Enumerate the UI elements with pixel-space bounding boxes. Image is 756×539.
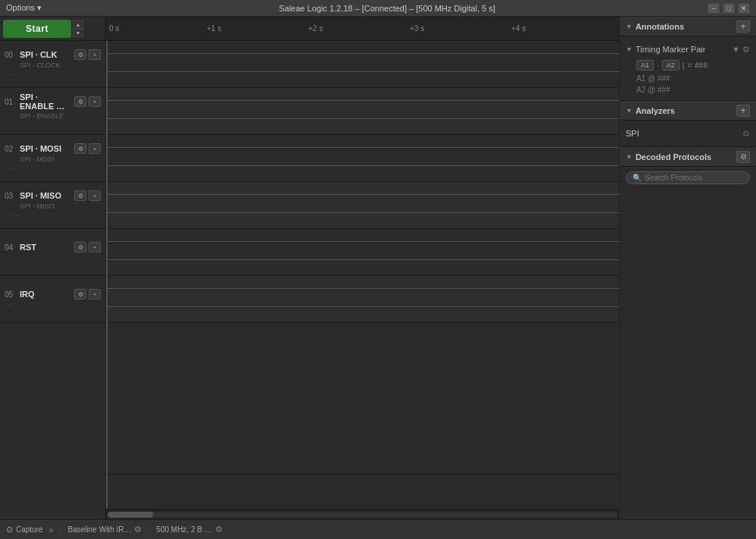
channel-05-settings[interactable]: ⚙: [74, 289, 86, 299]
channel-00-settings[interactable]: ⚙: [74, 49, 86, 60]
minimize-button[interactable]: –: [708, 3, 720, 14]
decoded-protocols-header: ▼ Decoded Protocols ⚙: [620, 147, 756, 167]
timing-pipe: |: [683, 61, 685, 70]
analyzers-title: Analyzers: [636, 106, 733, 115]
analyzer-spi: SPI ⚙: [626, 125, 750, 142]
channel-03: 03 SPI · MISO ⚙ + SPI - MISO · · ·: [0, 182, 105, 229]
timing-a2-value: A2 @ ###: [626, 84, 750, 96]
channel-00-add[interactable]: +: [89, 49, 101, 60]
waveform-display: 0 s +1 s +2 s +3 s +4 s: [106, 17, 619, 519]
timing-collapse-icon[interactable]: ▼: [626, 45, 633, 53]
channel-04-add[interactable]: +: [89, 242, 101, 252]
signal-bottom-00: [106, 71, 619, 72]
status-sep-2: |: [148, 525, 150, 534]
channel-02-settings[interactable]: ⚙: [74, 143, 86, 154]
channel-00-num: 00: [5, 51, 17, 59]
channel-03-add[interactable]: +: [89, 190, 101, 201]
channel-05-add[interactable]: +: [89, 289, 101, 299]
channel-05-name: IRQ: [20, 290, 71, 299]
channel-04-dots: · · ·: [5, 254, 101, 262]
close-button[interactable]: ✕: [738, 3, 750, 14]
time-1: +1 s: [207, 24, 221, 33]
channel-04-num: 04: [5, 243, 17, 252]
channel-02-sub: SPI - MOSI: [5, 155, 101, 163]
signal-top-05: [106, 288, 619, 289]
start-button[interactable]: Start: [3, 20, 71, 38]
main-area: Start ▲ ▼ 00 SPI · CLK ⚙ +: [0, 17, 756, 519]
waveform-rows[interactable]: [106, 41, 619, 509]
analyzer-spi-gear[interactable]: ⚙: [742, 129, 750, 139]
start-arrow-up[interactable]: ▲: [73, 20, 83, 29]
analyzers-content: SPI ⚙: [620, 121, 756, 146]
channel-00-dots: · · ·: [5, 71, 101, 79]
time-4: +4 s: [511, 24, 526, 33]
annotations-collapse-icon[interactable]: ▼: [626, 23, 633, 30]
speed-label: 500 MHz, 2 B …: [156, 525, 211, 534]
annotations-title: Annotations: [636, 22, 733, 31]
time-0: 0 s: [109, 24, 119, 33]
options-menu[interactable]: Options ▾: [6, 3, 42, 13]
channel-02-dots: · · ·: [5, 165, 101, 173]
annotations-section: ▼ Annotations + ▼ Timing Marker Pair ▼ ⚙…: [620, 17, 756, 101]
signal-bottom-02: [106, 165, 619, 166]
channel-01-settings[interactable]: ⚙: [74, 96, 86, 107]
channel-04-name: RST: [20, 243, 71, 252]
speed-status: 500 MHz, 2 B … ⚙: [156, 525, 222, 534]
capture-status[interactable]: ⊙ Capture: [6, 525, 43, 534]
timing-marker-row: ▼ Timing Marker Pair ▼ ⚙: [626, 41, 750, 58]
speed-gear[interactable]: ⚙: [215, 525, 223, 534]
cursor-line: [106, 41, 108, 509]
channel-04-settings[interactable]: ⚙: [74, 242, 86, 252]
signal-top-04: [106, 241, 619, 242]
search-protocols-input[interactable]: [645, 174, 743, 182]
time-2: +2 s: [308, 24, 323, 33]
wave-row-04: [106, 229, 619, 276]
analyzers-collapse-icon[interactable]: ▼: [626, 107, 633, 114]
analyzers-add-button[interactable]: +: [736, 105, 750, 117]
channel-01-add[interactable]: +: [89, 96, 101, 107]
waveform-panel: Start ▲ ▼ 00 SPI · CLK ⚙ +: [0, 17, 620, 519]
channel-labels: Start ▲ ▼ 00 SPI · CLK ⚙ +: [0, 17, 106, 519]
annotations-add-button[interactable]: +: [736, 20, 750, 33]
scrollbar-track[interactable]: [108, 512, 617, 518]
channel-03-name: SPI · MISO: [20, 191, 71, 200]
decoded-empty-area: [620, 189, 756, 519]
timing-settings-icon[interactable]: ▼: [732, 45, 740, 55]
search-protocols-box[interactable]: 🔍: [626, 171, 750, 184]
channel-05-dots: · · ·: [5, 301, 101, 309]
title-bar: Options ▾ Saleae Logic 1.2.18 – [Connect…: [0, 0, 756, 17]
signal-top-03: [106, 194, 619, 195]
start-arrows: ▲ ▼: [73, 20, 83, 37]
restore-button[interactable]: □: [723, 3, 735, 14]
decoded-collapse-icon[interactable]: ▼: [626, 153, 633, 161]
timing-a1-marker: A1: [636, 60, 654, 71]
status-arrows[interactable]: »: [49, 525, 54, 534]
channel-01-dots: · · ·: [5, 121, 101, 130]
timing-a1-value: A1 @ ###: [626, 73, 750, 84]
window-controls: – □ ✕: [708, 3, 750, 14]
channel-02: 02 SPI · MOSI ⚙ + SPI - MOSI · · ·: [0, 135, 105, 182]
waveform-scrollbar[interactable]: [106, 509, 619, 519]
right-panel: ▼ Annotations + ▼ Timing Marker Pair ▼ ⚙…: [620, 17, 756, 519]
analyzer-spi-name: SPI: [626, 129, 738, 138]
time-3: +3 s: [410, 24, 424, 33]
wave-row-empty: [106, 323, 619, 475]
channel-01-num: 01: [5, 98, 17, 106]
timing-value: ###: [695, 61, 708, 70]
status-sep-1: |: [60, 525, 62, 534]
decoded-protocols-gear[interactable]: ⚙: [736, 151, 750, 163]
baseline-status: Baseline With IR… ⚙: [68, 525, 142, 534]
timing-gear-icon[interactable]: ⚙: [742, 45, 750, 55]
capture-icon: ⊙: [6, 525, 13, 534]
channel-02-name: SPI · MOSI: [20, 144, 71, 153]
start-arrow-down[interactable]: ▼: [73, 29, 83, 37]
channel-03-settings[interactable]: ⚙: [74, 190, 86, 201]
baseline-gear[interactable]: ⚙: [134, 525, 142, 534]
scrollbar-thumb[interactable]: [108, 512, 153, 518]
channel-02-add[interactable]: +: [89, 143, 101, 154]
timing-eq: =: [687, 61, 692, 70]
channel-02-num: 02: [5, 145, 17, 153]
start-row: Start ▲ ▼: [0, 17, 105, 41]
signal-bottom-05: [106, 306, 619, 307]
wave-row-05: [106, 276, 619, 323]
